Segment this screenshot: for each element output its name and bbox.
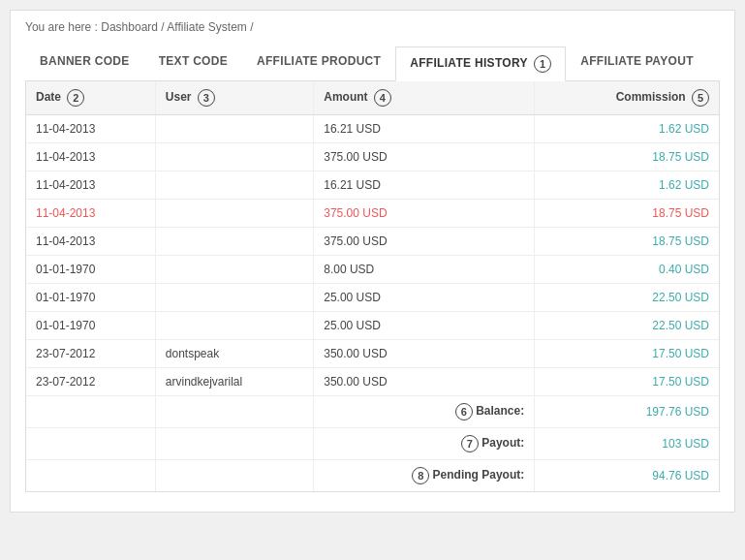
tab-affiliate-product[interactable]: AFFILIATE PRODUCT (242, 46, 395, 80)
cell-date: 11-04-2013 (26, 228, 155, 256)
cell-user (155, 312, 313, 340)
circle-8: 8 (412, 467, 429, 484)
summary-label: 8 Pending Payout: (314, 460, 535, 492)
circle-7: 7 (461, 435, 479, 452)
tab-text-code[interactable]: TEXT CODE (144, 46, 242, 80)
cell-amount: 16.21 USD (314, 171, 535, 200)
table-row: 11-04-2013375.00 USD18.75 USD (26, 143, 719, 171)
cell-amount: 8.00 USD (314, 256, 535, 284)
col-user: User 3 (155, 81, 313, 115)
tab-affiliate-payout[interactable]: AFFILIATE PAYOUT (566, 46, 708, 80)
cell-amount: 25.00 USD (314, 312, 535, 340)
table-row: 23-07-2012arvindkejvarilal350.00 USD17.5… (26, 368, 719, 396)
cell-user (155, 143, 313, 171)
cell-commission: 1.62 USD (535, 115, 719, 143)
summary-empty-2 (155, 396, 313, 428)
cell-date: 11-04-2013 (26, 200, 155, 228)
circle-1: 1 (534, 55, 551, 73)
col-commission: Commission 5 (535, 81, 719, 115)
summary-value: 94.76 USD (535, 460, 719, 492)
summary-row: 6 Balance:197.76 USD (26, 396, 719, 428)
cell-user: dontspeak (155, 340, 313, 368)
history-table: Date 2 User 3 Amount 4 Commission 5 (26, 81, 719, 491)
page-wrapper: You are here : Dashboard / Affiliate Sys… (10, 10, 735, 513)
cell-user: arvindkejvarilal (155, 368, 313, 396)
cell-amount: 350.00 USD (314, 340, 535, 368)
cell-amount: 25.00 USD (314, 284, 535, 312)
summary-empty-1 (26, 460, 155, 492)
col-amount: Amount 4 (314, 81, 535, 115)
cell-user (155, 228, 313, 256)
summary-label: 7 Payout: (314, 428, 535, 460)
cell-commission: 22.50 USD (535, 312, 719, 340)
col-date: Date 2 (26, 81, 155, 115)
cell-amount: 16.21 USD (314, 115, 535, 143)
tab-banner-code[interactable]: BANNER CODE (25, 46, 144, 80)
circle-6: 6 (455, 403, 473, 420)
cell-user (155, 256, 313, 284)
cell-date: 23-07-2012 (26, 340, 155, 368)
cell-commission: 18.75 USD (535, 143, 719, 171)
cell-amount: 375.00 USD (314, 228, 535, 256)
table-row: 11-04-201316.21 USD1.62 USD (26, 115, 719, 143)
cell-commission: 1.62 USD (535, 171, 719, 200)
cell-user (155, 200, 313, 228)
cell-amount: 375.00 USD (314, 200, 535, 228)
table-row: 23-07-2012dontspeak350.00 USD17.50 USD (26, 340, 719, 368)
table-row: 01-01-197025.00 USD22.50 USD (26, 284, 719, 312)
cell-date: 23-07-2012 (26, 368, 155, 396)
table-row: 11-04-2013375.00 USD18.75 USD (26, 228, 719, 256)
cell-date: 01-01-1970 (26, 312, 155, 340)
summary-value: 103 USD (535, 428, 719, 460)
cell-user (155, 115, 313, 143)
cell-commission: 17.50 USD (535, 340, 719, 368)
summary-empty-1 (26, 396, 155, 428)
summary-empty-2 (155, 428, 313, 460)
cell-date: 01-01-1970 (26, 284, 155, 312)
breadcrumb: You are here : Dashboard / Affiliate Sys… (25, 20, 720, 34)
cell-date: 11-04-2013 (26, 171, 155, 200)
cell-commission: 18.75 USD (535, 228, 719, 256)
summary-empty-2 (155, 460, 313, 492)
table-container: Date 2 User 3 Amount 4 Commission 5 (25, 81, 720, 492)
tabs: BANNER CODE TEXT CODE AFFILIATE PRODUCT … (25, 46, 720, 81)
cell-commission: 22.50 USD (535, 284, 719, 312)
table-row: 01-01-197025.00 USD22.50 USD (26, 312, 719, 340)
cell-amount: 375.00 USD (314, 143, 535, 171)
circle-3: 3 (198, 89, 215, 107)
circle-2: 2 (67, 89, 84, 107)
summary-label: 6 Balance: (314, 396, 535, 428)
circle-4: 4 (374, 89, 391, 107)
table-row: 01-01-19708.00 USD0.40 USD (26, 256, 719, 284)
summary-empty-1 (26, 428, 155, 460)
cell-amount: 350.00 USD (314, 368, 535, 396)
cell-commission: 0.40 USD (535, 256, 719, 284)
cell-commission: 17.50 USD (535, 368, 719, 396)
cell-date: 11-04-2013 (26, 143, 155, 171)
table-row: 11-04-2013375.00 USD18.75 USD (26, 200, 719, 228)
cell-commission: 18.75 USD (535, 200, 719, 228)
cell-date: 01-01-1970 (26, 256, 155, 284)
cell-date: 11-04-2013 (26, 115, 155, 143)
summary-row: 7 Payout:103 USD (26, 428, 719, 460)
circle-5: 5 (692, 89, 709, 107)
summary-value: 197.76 USD (535, 396, 719, 428)
cell-user (155, 284, 313, 312)
table-row: 11-04-201316.21 USD1.62 USD (26, 171, 719, 200)
tab-affiliate-history[interactable]: AFFILIATE HISTORY 1 (395, 47, 566, 81)
cell-user (155, 171, 313, 200)
summary-row: 8 Pending Payout:94.76 USD (26, 460, 719, 492)
